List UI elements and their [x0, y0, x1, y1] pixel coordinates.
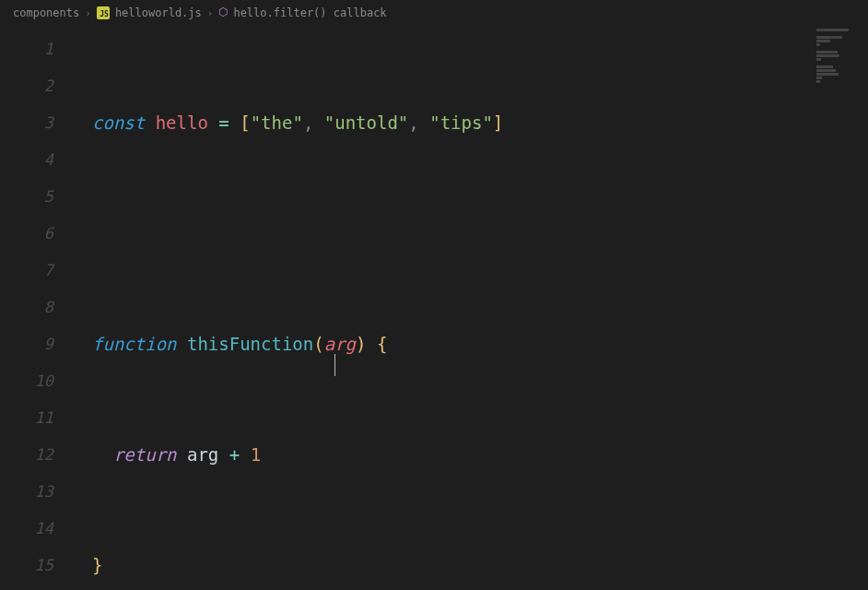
- code-line[interactable]: [72, 215, 868, 252]
- breadcrumb-folder[interactable]: components: [13, 6, 79, 19]
- line-number: 3: [0, 104, 53, 141]
- line-number: 2: [0, 67, 53, 104]
- symbol-method-icon: ⬡: [218, 6, 228, 18]
- line-number-gutter: 1 2 3 4 5 6 7 8 9 10 11 12 13 14 15: [0, 23, 72, 590]
- line-number: 12: [0, 436, 53, 473]
- code-line[interactable]: }: [72, 547, 868, 584]
- breadcrumb-symbol[interactable]: hello.filter() callback: [233, 6, 386, 19]
- breadcrumb[interactable]: components › JS helloworld.js › ⬡ hello.…: [0, 3, 868, 23]
- code-content[interactable]: const hello = ["the", "untold", "tips"] …: [72, 23, 868, 590]
- code-editor[interactable]: 1 2 3 4 5 6 7 8 9 10 11 12 13 14 15 cons…: [0, 23, 868, 590]
- line-number: 15: [0, 547, 53, 584]
- code-line[interactable]: return arg + 1: [72, 436, 868, 473]
- breadcrumb-file[interactable]: helloworld.js: [115, 6, 202, 19]
- line-number: 7: [0, 252, 53, 289]
- line-number: 13: [0, 473, 53, 510]
- line-number: 5: [0, 178, 53, 215]
- code-line[interactable]: function thisFunction(arg) {: [72, 325, 868, 362]
- line-number: 14: [0, 510, 53, 547]
- code-line[interactable]: const hello = ["the", "untold", "tips"]: [72, 104, 868, 141]
- minimap[interactable]: [816, 29, 862, 84]
- line-number: 11: [0, 399, 53, 436]
- line-number: 9: [0, 325, 53, 362]
- line-number: 10: [0, 362, 53, 399]
- line-number: 4: [0, 141, 53, 178]
- chevron-right-icon: ›: [85, 7, 91, 19]
- line-number: 1: [0, 30, 53, 67]
- javascript-file-icon: JS: [97, 6, 110, 19]
- line-number: 8: [0, 289, 53, 325]
- active-tab-indicator: [0, 0, 111, 3]
- line-number: 6: [0, 215, 53, 252]
- chevron-right-icon: ›: [207, 7, 214, 19]
